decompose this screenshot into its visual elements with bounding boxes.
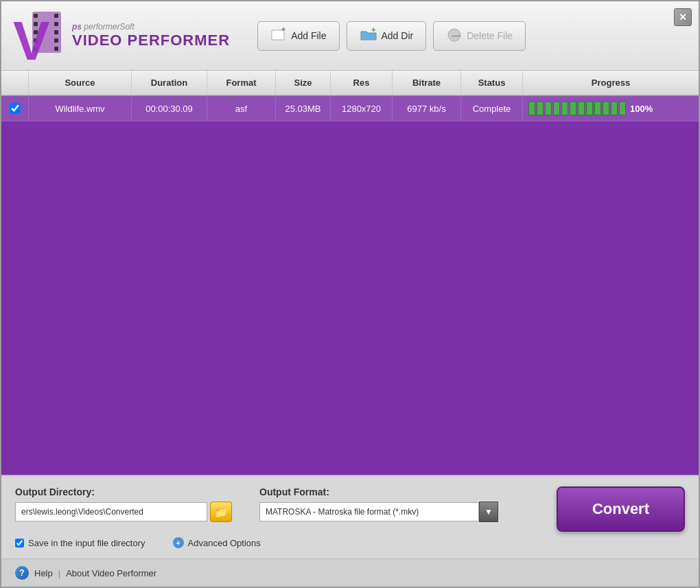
svg-rect-6 [54, 14, 58, 18]
col-header-size: Size [276, 71, 331, 95]
row-status: Complete [461, 97, 523, 121]
row-source: Wildlife.wmv [29, 97, 132, 121]
progress-bar [528, 102, 626, 115]
logo-text: ps performerSoft VIDEO PERFORMER [72, 22, 230, 49]
table-row: Wildlife.wmv 00:00:30.09 asf 25.03MB 128… [1, 96, 699, 121]
browse-folder-button[interactable]: 📁 [210, 502, 232, 522]
svg-text:+: + [371, 27, 375, 34]
delete-file-label: Delete File [467, 30, 513, 41]
row-size: 25.03MB [276, 97, 331, 121]
row-checkbox[interactable] [10, 103, 21, 114]
footer: ? Help | About Video Performer [1, 558, 699, 587]
col-header-format: Format [207, 71, 276, 95]
close-button[interactable]: ✕ [674, 8, 692, 26]
logo: V ps performerSoft VIDEO PERFORMER [12, 8, 230, 63]
save-in-input-dir-label[interactable]: Save in the input file directory [15, 538, 145, 548]
row-bitrate: 6977 kb/s [393, 97, 461, 121]
advanced-options-label: Advanced Options [188, 538, 261, 548]
about-link[interactable]: About Video Performer [66, 568, 156, 578]
output-format-label: Output Format: [259, 486, 498, 497]
footer-divider: | [58, 568, 60, 578]
advanced-options-icon: + [173, 537, 184, 548]
logo-title: VIDEO PERFORMER [72, 32, 230, 49]
bottom-panel: Output Directory: 📁 Output Format: MATRO… [1, 475, 699, 558]
header: V ps performerSoft VIDEO PERFORMER + [1, 1, 699, 71]
main-window: V ps performerSoft VIDEO PERFORMER + [0, 0, 700, 588]
help-link[interactable]: Help [34, 568, 53, 578]
folder-icon: 📁 [214, 506, 228, 519]
toolbar: + Add File + Add Dir [257, 21, 526, 51]
row-format: asf [207, 97, 276, 121]
svg-rect-8 [54, 30, 58, 34]
svg-rect-10 [54, 47, 58, 51]
bottom-actions: Save in the input file directory + Advan… [15, 537, 685, 548]
save-in-input-dir-checkbox[interactable] [15, 539, 24, 548]
output-dir-input[interactable] [15, 502, 207, 521]
col-header-checkbox [1, 71, 29, 95]
add-file-label: Add File [291, 30, 326, 41]
logo-brand: performerSoft [84, 22, 134, 32]
output-format-select[interactable]: MATROSKA - Matroska file format (*.mkv)M… [259, 502, 479, 521]
help-icon[interactable]: ? [15, 566, 29, 580]
add-dir-icon: + [360, 27, 377, 45]
svg-text:—: — [452, 30, 460, 40]
logo-ps: ps [72, 22, 82, 32]
col-header-status: Status [461, 71, 523, 95]
svg-text:V: V [13, 10, 49, 63]
table-container: Source Duration Format Size Res Bitrate … [1, 71, 699, 96]
bottom-top-row: Output Directory: 📁 Output Format: MATRO… [15, 486, 685, 532]
logo-icon: V [12, 8, 67, 63]
progress-percent: 100% [630, 104, 653, 114]
logo-ps-row: ps performerSoft [72, 22, 230, 32]
content-area: Wildlife.wmv 00:00:30.09 asf 25.03MB 128… [1, 96, 699, 475]
output-dir-section: Output Directory: 📁 [15, 486, 232, 522]
add-dir-button[interactable]: + Add Dir [347, 21, 427, 51]
convert-button[interactable]: Convert [557, 486, 685, 532]
row-progress-cell: 100% [523, 96, 699, 121]
row-res: 1280x720 [331, 97, 393, 121]
svg-rect-7 [54, 22, 58, 26]
table-header: Source Duration Format Size Res Bitrate … [1, 71, 699, 95]
delete-file-icon: — [446, 27, 463, 45]
add-file-button[interactable]: + Add File [257, 21, 339, 51]
col-header-source: Source [29, 71, 132, 95]
col-header-duration: Duration [132, 71, 207, 95]
col-header-bitrate: Bitrate [393, 71, 461, 95]
row-duration: 00:00:30.09 [132, 97, 207, 121]
save-in-input-dir-text: Save in the input file directory [28, 538, 145, 548]
svg-text:+: + [281, 27, 285, 33]
add-file-icon: + [270, 27, 287, 45]
format-select-row: MATROSKA - Matroska file format (*.mkv)M… [259, 502, 498, 522]
add-dir-label: Add Dir [382, 30, 414, 41]
dir-input-row: 📁 [15, 502, 232, 522]
col-header-progress: Progress [523, 71, 699, 95]
output-format-section: Output Format: MATROSKA - Matroska file … [259, 486, 498, 522]
col-header-res: Res [331, 71, 393, 95]
svg-rect-9 [54, 38, 58, 43]
select-arrow-icon[interactable]: ▼ [479, 502, 498, 522]
advanced-options-button[interactable]: + Advanced Options [173, 537, 261, 548]
output-dir-label: Output Directory: [15, 486, 232, 497]
row-checkbox-cell[interactable] [1, 96, 29, 121]
delete-file-button[interactable]: — Delete File [433, 21, 526, 51]
